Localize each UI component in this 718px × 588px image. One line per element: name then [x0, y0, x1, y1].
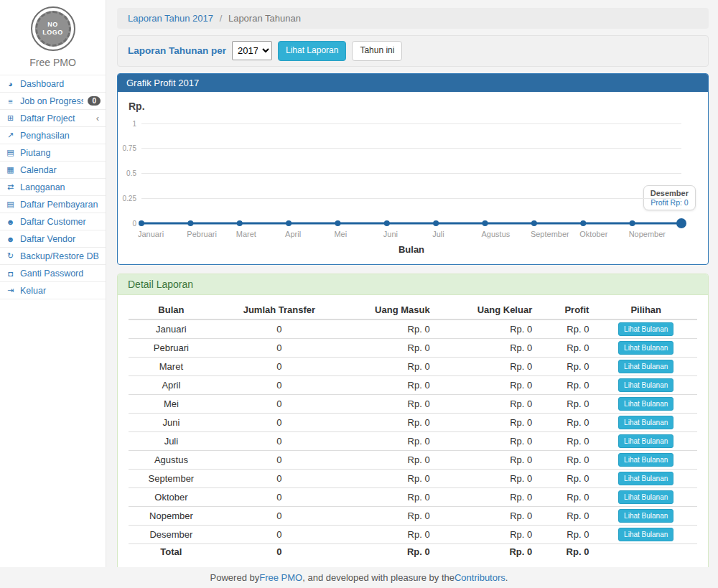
data-point-nopember[interactable]: [630, 220, 635, 226]
sidebar-menu: ◕Dashboard≡Job on Progress0⊞Daftar Proje…: [0, 75, 106, 299]
filter-label: Laporan Tahunan per: [128, 45, 226, 56]
column-header-uang-masuk: Uang Masuk: [345, 301, 436, 319]
total-jumlah_transfer: 0: [214, 543, 345, 559]
cell-profit: Rp. 0: [538, 413, 595, 431]
sidebar-item-penghasilan[interactable]: ↗Penghasilan: [0, 127, 106, 144]
table-row: Mei0Rp. 0Rp. 0Rp. 0Lihat Bulanan: [129, 394, 697, 413]
sidebar-item-piutang[interactable]: ▤Piutang: [0, 144, 106, 162]
table-row: Agustus0Rp. 0Rp. 0Rp. 0Lihat Bulanan: [129, 450, 697, 469]
view-monthly-button-nopember[interactable]: Lihat Bulanan: [618, 509, 673, 523]
column-header-uang-keluar: Uang Keluar: [436, 301, 538, 319]
view-monthly-button-desember[interactable]: Lihat Bulanan: [618, 528, 673, 541]
view-monthly-button-maret[interactable]: Lihat Bulanan: [618, 360, 673, 373]
sidebar-item-calendar[interactable]: ▦Calendar: [0, 162, 106, 179]
cell-pilihan: Lihat Bulanan: [595, 413, 697, 431]
current-year-button[interactable]: Tahun ini: [352, 41, 402, 61]
data-point-april[interactable]: [286, 220, 292, 226]
view-monthly-button-oktober[interactable]: Lihat Bulanan: [618, 490, 673, 504]
cell-jumlah_transfer: 0: [214, 413, 345, 431]
total-uang_keluar: Rp. 0: [436, 543, 538, 559]
sidebar-item-daftar-vendor[interactable]: ☻Daftar Vendor: [0, 230, 106, 248]
view-monthly-button-juni[interactable]: Lihat Bulanan: [618, 416, 673, 429]
view-monthly-button-pebruari[interactable]: Lihat Bulanan: [618, 341, 673, 355]
cell-bulan: Mei: [129, 394, 214, 413]
y-tick-label: 0.5: [126, 169, 136, 177]
view-report-button[interactable]: Lihat Laporan: [278, 41, 346, 61]
sidebar-item-daftar-project[interactable]: ⊞Daftar Project‹: [0, 110, 106, 127]
data-point-juli[interactable]: [433, 220, 439, 226]
view-monthly-button-september[interactable]: Lihat Bulanan: [618, 472, 673, 485]
y-tick-label: 1: [132, 119, 136, 127]
calendar-icon: ▦: [5, 165, 16, 174]
sidebar-item-dashboard[interactable]: ◕Dashboard: [0, 75, 106, 93]
view-monthly-button-juli[interactable]: Lihat Bulanan: [618, 434, 673, 448]
sidebar-item-label: Backup/Restore DB: [20, 251, 101, 261]
brand-name: Free PMO: [0, 57, 106, 68]
cell-pilihan: Lihat Bulanan: [595, 357, 697, 375]
x-tick-label: September: [531, 230, 569, 238]
data-point-maret[interactable]: [237, 220, 243, 226]
app-logo: NO LOGO: [31, 6, 75, 51]
sidebar-item-backup-restore-db[interactable]: ↻Backup/Restore DB: [0, 248, 106, 265]
view-monthly-button-agustus[interactable]: Lihat Bulanan: [618, 453, 673, 467]
sidebar-item-daftar-pembayaran[interactable]: ▤Daftar Pembayaran: [0, 196, 106, 213]
logo-text-line2: LOGO: [42, 29, 63, 37]
cell-bulan: Januari: [129, 319, 214, 339]
year-select[interactable]: 2017: [232, 41, 272, 60]
data-point-pebruari[interactable]: [187, 220, 193, 226]
detail-panel-body: BulanJumlah TransferUang MasukUang Kelua…: [118, 295, 708, 570]
cell-bulan: April: [129, 375, 214, 394]
cell-uang_keluar: Rp. 0: [436, 319, 538, 339]
sidebar-item-label: Daftar Project: [20, 113, 92, 123]
view-monthly-button-april[interactable]: Lihat Bulanan: [618, 378, 673, 392]
cell-jumlah_transfer: 0: [214, 469, 345, 487]
users-icon: ☻: [5, 235, 16, 243]
report-table: BulanJumlah TransferUang MasukUang Kelua…: [129, 301, 697, 559]
sidebar-item-ganti-password[interactable]: ◘Ganti Password: [0, 265, 106, 282]
sidebar-item-label: Daftar Customer: [20, 217, 101, 227]
table-row: Januari0Rp. 0Rp. 0Rp. 0Lihat Bulanan: [129, 319, 697, 339]
data-point-oktober[interactable]: [580, 220, 586, 226]
data-point-januari[interactable]: [139, 220, 144, 226]
data-point-agustus[interactable]: [482, 220, 488, 226]
table-total-row: Total0Rp. 0Rp. 0Rp. 0: [129, 543, 697, 559]
cell-uang_keluar: Rp. 0: [436, 525, 538, 543]
cell-bulan: Juli: [129, 431, 214, 450]
sidebar-item-keluar[interactable]: ⇥Keluar: [0, 282, 106, 299]
cell-pilihan: Lihat Bulanan: [595, 469, 697, 487]
column-header-pilihan: Pilihan: [595, 301, 697, 319]
cell-bulan: Desember: [129, 525, 214, 543]
sidebar: NO LOGO Free PMO ◕Dashboard≡Job on Progr…: [0, 0, 106, 567]
retweet-icon: ⇄: [5, 182, 16, 192]
table-body: Januari0Rp. 0Rp. 0Rp. 0Lihat BulananPebr…: [129, 319, 697, 559]
cell-uang_masuk: Rp. 0: [345, 394, 436, 413]
cell-jumlah_transfer: 0: [214, 431, 345, 450]
breadcrumb-link[interactable]: Laporan Tahun 2017: [128, 13, 213, 24]
table-row: Desember0Rp. 0Rp. 0Rp. 0Lihat Bulanan: [129, 525, 697, 543]
footer-link-free-pmo[interactable]: Free PMO: [259, 572, 302, 583]
refresh-icon: ↻: [5, 251, 16, 261]
table-row: Oktober0Rp. 0Rp. 0Rp. 0Lihat Bulanan: [129, 487, 697, 506]
sidebar-item-job-on-progress[interactable]: ≡Job on Progress0: [0, 93, 106, 110]
sidebar-item-langganan[interactable]: ⇄Langganan: [0, 179, 106, 196]
view-monthly-button-mei[interactable]: Lihat Bulanan: [618, 397, 673, 411]
footer-link-contributors[interactable]: Contributors: [454, 572, 505, 583]
data-point-juni[interactable]: [384, 220, 390, 226]
cell-profit: Rp. 0: [538, 394, 595, 413]
x-tick-label: Mei: [334, 230, 347, 238]
view-monthly-button-januari[interactable]: Lihat Bulanan: [618, 322, 673, 336]
sidebar-item-label: Penghasilan: [20, 131, 101, 141]
sidebar-item-daftar-customer[interactable]: ☻Daftar Customer: [0, 213, 106, 230]
x-tick-label: Nopember: [629, 230, 666, 238]
logo-text-line1: NO: [47, 21, 58, 29]
data-point-september[interactable]: [531, 220, 537, 226]
x-tick-label: Januari: [138, 230, 164, 238]
sidebar-item-label: Daftar Vendor: [20, 234, 101, 244]
data-point-mei[interactable]: [335, 220, 340, 226]
sidebar-item-label: Keluar: [20, 286, 101, 296]
cell-uang_keluar: Rp. 0: [436, 338, 538, 357]
table-row: September0Rp. 0Rp. 0Rp. 0Lihat Bulanan: [129, 469, 697, 487]
table-row: Pebruari0Rp. 0Rp. 0Rp. 0Lihat Bulanan: [129, 338, 697, 357]
money-icon: ▤: [5, 200, 16, 209]
data-point-desember[interactable]: [676, 218, 686, 228]
